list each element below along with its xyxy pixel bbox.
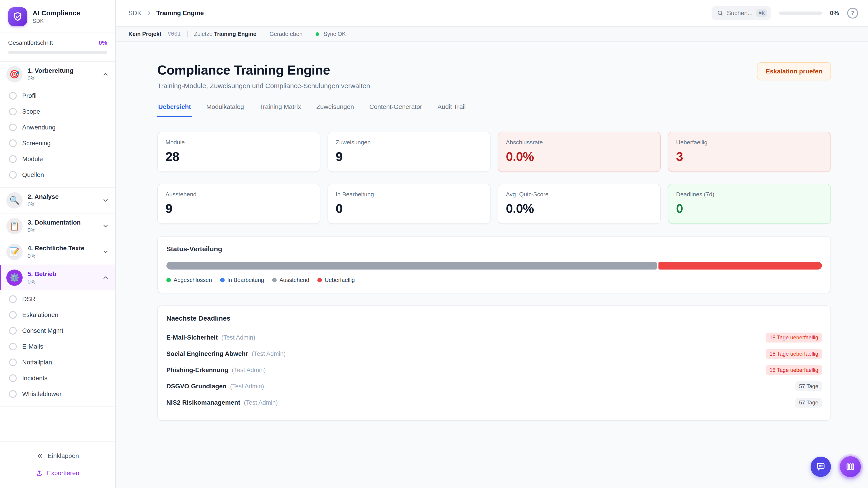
tab-modulkatalog[interactable]: Modulkatalog <box>206 101 245 117</box>
deadline-row-nis2[interactable]: NIS2 Risikomanagement (Test Admin) 57 Ta… <box>166 394 822 411</box>
nav-section-rechtliche-texte: 📝 4. Rechtliche Texte 0% <box>0 239 115 265</box>
sidebar-item-eskalationen[interactable]: Eskalationen <box>0 307 115 323</box>
sidebar-item-anwendung[interactable]: Anwendung <box>0 120 115 135</box>
topbar: SDK Training Engine Suchen... ⌘K 0% ? <box>116 0 868 27</box>
nav-section-betrieb: ⚙️ 5. Betrieb 0% DSR Eskalationen <box>0 265 115 407</box>
floating-buttons <box>811 455 862 478</box>
status-circle-icon <box>9 139 17 147</box>
sidebar-item-notfallplan[interactable]: Notfallplan <box>0 355 115 370</box>
target-icon: 🎯 <box>6 66 23 83</box>
clipboard-icon: 📋 <box>6 218 23 234</box>
status-circle-icon <box>9 359 17 366</box>
tab-audit-trail[interactable]: Audit Trail <box>436 101 467 117</box>
red-dot-icon <box>317 278 322 283</box>
breadcrumb-sdk[interactable]: SDK <box>128 9 142 17</box>
deadline-row-email-sicherheit[interactable]: E-Mail-Sicherheit (Test Admin) 18 Tage u… <box>166 329 822 346</box>
sidebar-item-quellen[interactable]: Quellen <box>0 167 115 183</box>
sidebar-item-screening[interactable]: Screening <box>0 135 115 151</box>
section-title: 1. Vorbereitung <box>28 67 73 74</box>
main-column: SDK Training Engine Suchen... ⌘K 0% ? Ke… <box>116 0 868 488</box>
section-header-rechtliche-texte[interactable]: 📝 4. Rechtliche Texte 0% <box>0 239 115 265</box>
sidebar-item-dsr[interactable]: DSR <box>0 291 115 307</box>
status-circle-icon <box>9 92 17 100</box>
chevron-down-icon <box>102 223 109 230</box>
section-header-analyse[interactable]: 🔍 2. Analyse 0% <box>0 188 115 213</box>
stat-card-quiz-score: Avg. Quiz-Score 0.0% <box>498 184 661 224</box>
shield-check-icon <box>12 11 23 22</box>
tab-uebersicht[interactable]: Uebersicht <box>157 101 192 117</box>
check-escalation-button[interactable]: Eskalation pruefen <box>757 62 831 80</box>
columns-icon <box>845 462 855 472</box>
status-distribution-panel: Status-Verteilung Abgeschlossen In Bearb… <box>157 236 831 293</box>
double-chevron-left-icon <box>36 452 43 459</box>
header-progress-value: 0% <box>830 9 839 17</box>
stat-card-zuweisungen: Zuweisungen 9 <box>328 132 491 172</box>
header-progress-bar <box>779 11 822 15</box>
chat-bubble-icon <box>816 462 826 472</box>
deadlines-list: E-Mail-Sicherheit (Test Admin) 18 Tage u… <box>166 329 822 411</box>
last-updated: Gerade eben <box>270 31 303 37</box>
deadline-row-phishing[interactable]: Phishing-Erkennung (Test Admin) 18 Tage … <box>166 362 822 378</box>
memo-icon: 📝 <box>6 244 23 260</box>
status-legend: Abgeschlossen In Bearbeitung Ausstehend … <box>166 277 822 283</box>
sidebar-item-module[interactable]: Module <box>0 151 115 167</box>
page-header: Compliance Training Engine Training-Modu… <box>157 62 831 90</box>
breadcrumb-current: Training Engine <box>156 9 204 17</box>
sidebar-item-whistleblower[interactable]: Whistleblower <box>0 386 115 402</box>
tab-content-generator[interactable]: Content-Generator <box>368 101 423 117</box>
breadcrumb: SDK Training Engine <box>128 9 204 17</box>
keyboard-shortcut-badge: ⌘K <box>756 9 767 17</box>
gray-dot-icon <box>272 278 277 283</box>
nav-section-dokumentation: 📋 3. Dokumentation 0% <box>0 214 115 239</box>
help-icon[interactable]: ? <box>847 8 858 19</box>
legend-ueberfaellig: Ueberfaellig <box>317 277 355 283</box>
overdue-badge: 18 Tage ueberfaellig <box>766 332 822 343</box>
search-placeholder: Suchen... <box>727 10 753 17</box>
status-circle-icon <box>9 375 17 382</box>
sidebar-item-consent-mgmt[interactable]: Consent Mgmt <box>0 323 115 339</box>
section-header-vorbereitung[interactable]: 🎯 1. Vorbereitung 0% <box>0 62 115 87</box>
last-visited: Zuletzt: Training Engine <box>194 31 256 37</box>
stat-card-module: Module 28 <box>157 132 320 172</box>
status-circle-icon <box>9 390 17 398</box>
tab-training-matrix[interactable]: Training Matrix <box>258 101 302 117</box>
stats-grid: Module 28 Zuweisungen 9 Abschlussrate 0.… <box>157 132 831 224</box>
export-button[interactable]: Exportieren <box>0 465 115 481</box>
status-circle-icon <box>9 327 17 335</box>
section-header-dokumentation[interactable]: 📋 3. Dokumentation 0% <box>0 214 115 239</box>
deadline-row-dsgvo[interactable]: DSGVO Grundlagen (Test Admin) 57 Tage <box>166 378 822 394</box>
magnifier-icon: 🔍 <box>6 192 23 208</box>
overall-progress-label: Gesamtfortschritt <box>8 39 53 46</box>
overall-progress: Gesamtfortschritt 0% <box>0 33 115 62</box>
sync-status: Sync OK <box>315 31 346 37</box>
stat-card-in-bearbeitung: In Bearbeitung 0 <box>328 184 491 224</box>
status-circle-icon <box>9 343 17 350</box>
brand-text: AI Compliance SDK <box>33 9 80 24</box>
blue-dot-icon <box>220 278 225 283</box>
sidebar-item-scope[interactable]: Scope <box>0 104 115 120</box>
collapse-sidebar-button[interactable]: Einklappen <box>0 448 115 464</box>
sidebar-item-incidents[interactable]: Incidents <box>0 370 115 386</box>
sidebar-item-emails[interactable]: E-Mails <box>0 339 115 355</box>
status-distribution-title: Status-Verteilung <box>166 245 822 253</box>
tab-zuweisungen[interactable]: Zuweisungen <box>315 101 355 117</box>
search-input[interactable]: Suchen... ⌘K <box>712 6 771 20</box>
stat-card-ueberfaellig: Ueberfaellig 3 <box>668 132 831 172</box>
chevron-down-icon <box>102 197 109 204</box>
chat-button[interactable] <box>811 457 831 477</box>
sidebar-item-profil[interactable]: Profil <box>0 88 115 104</box>
page-title: Compliance Training Engine <box>157 62 370 77</box>
bar-segment-ausstehend <box>166 262 657 269</box>
deadline-row-social-engineering[interactable]: Social Engineering Abwehr (Test Admin) 1… <box>166 346 822 362</box>
divider <box>309 31 309 37</box>
status-circle-icon <box>9 171 17 179</box>
section-items: DSR Eskalationen Consent Mgmt E-Mails No… <box>0 290 115 406</box>
section-items: Profil Scope Anwendung Screening Module <box>0 87 115 187</box>
section-header-betrieb[interactable]: ⚙️ 5. Betrieb 0% <box>0 265 115 290</box>
widgets-button[interactable] <box>839 455 862 478</box>
content-scroll-area[interactable]: Compliance Training Engine Training-Modu… <box>116 41 868 488</box>
sidebar: AI Compliance SDK Gesamtfortschritt 0% 🎯… <box>0 0 116 488</box>
nav-section-analyse: 🔍 2. Analyse 0% <box>0 188 115 214</box>
tab-bar: Uebersicht Modulkatalog Training Matrix … <box>157 101 831 117</box>
due-badge: 57 Tage <box>796 398 822 408</box>
